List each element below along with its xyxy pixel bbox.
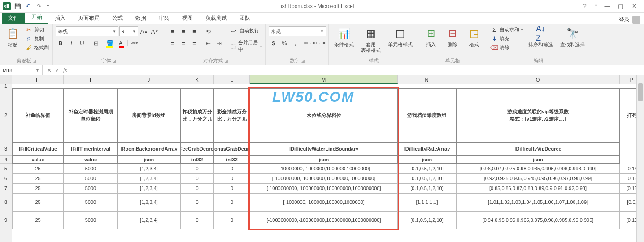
undo-button[interactable]: ↶ [23, 1, 33, 11]
row-header-9[interactable]: 9 [0, 211, 12, 229]
row-header-1[interactable]: 1 [0, 84, 12, 88]
cell-N4[interactable]: json [398, 156, 456, 164]
conditional-format-button[interactable]: 📊条件格式 [331, 25, 357, 49]
ribbon-options-button[interactable]: ▫ [592, 2, 600, 9]
redo-button[interactable]: ↷ [34, 1, 44, 11]
col-header-H[interactable]: H [12, 75, 64, 84]
cell-J8[interactable]: [1,2,3,4] [117, 193, 180, 211]
paste-button[interactable]: 📋 粘贴 [3, 25, 22, 49]
copy-button[interactable]: ⎘复制 [24, 35, 50, 43]
align-right-button[interactable]: ≡ [189, 38, 199, 48]
cell-O9[interactable]: [0.94,0.95,0.96,0.965,0.975,0.98,0.985,0… [456, 211, 620, 229]
cell-J3[interactable]: |RoomBackgroundArray [117, 142, 180, 156]
tab-file[interactable]: 文件 [2, 13, 25, 24]
cell-I5[interactable]: 5000 [64, 164, 117, 173]
row-header-3[interactable]: 3 [0, 142, 12, 156]
font-color-button[interactable]: A [116, 38, 126, 48]
cell-L5[interactable]: 0 [214, 164, 250, 173]
header-cell-O[interactable]: 游戏难度关联的vip等级系数 格式：[v1难度,v2难度,...] [456, 88, 620, 142]
cell-N5[interactable]: [0.1,0.5,1,2,10] [398, 164, 456, 173]
col-header-M[interactable]: M [250, 75, 398, 84]
align-bottom-button[interactable]: ≡ [189, 26, 199, 36]
insert-cells-button[interactable]: ⊞插入 [421, 25, 441, 49]
align-left-button[interactable]: ≡ [168, 38, 178, 48]
row-header-7[interactable]: 7 [0, 183, 12, 193]
tab-layout[interactable]: 页面布局 [72, 13, 106, 24]
border-button[interactable]: ⊞ [91, 38, 101, 48]
header-cell-K[interactable]: 扣税抽成万分比，万分之几 [180, 88, 214, 142]
cell-O4[interactable]: json [456, 156, 620, 164]
cell-I7[interactable]: 5000 [64, 183, 117, 193]
enter-formula-button[interactable]: ✓ [53, 67, 61, 73]
name-box[interactable]: M18▼ [0, 65, 43, 75]
tab-loadtest[interactable]: 负载测试 [199, 13, 233, 24]
tab-data[interactable]: 数据 [129, 13, 152, 24]
tab-review[interactable]: 审阅 [152, 13, 176, 24]
cell-L4[interactable]: int32 [214, 156, 250, 164]
cell-J5[interactable]: [1,2,3,4] [117, 164, 180, 173]
row-header-6[interactable]: 6 [0, 173, 12, 183]
fill-color-button[interactable]: 🪣 [105, 38, 115, 48]
cell-J4[interactable]: json [117, 156, 180, 164]
cell-M4[interactable]: json [250, 156, 398, 164]
row-header-5[interactable]: 5 [0, 164, 12, 173]
font-name-dropdown[interactable]: 等线▼ [56, 26, 118, 36]
cell-J6[interactable]: [1,2,3,4] [117, 173, 180, 183]
dialog-launcher-icon[interactable]: ◢ [113, 59, 116, 63]
cell-H9[interactable]: 25 [12, 211, 64, 229]
cell-M9[interactable]: [-1000000000,-100000000,100000000,100000… [250, 211, 398, 229]
cells-area[interactable]: LW50.COM 补鱼临界值补鱼定时器检测周期 单位毫秒房间背景Id数组扣税抽成… [12, 84, 644, 242]
increase-decimal-button[interactable]: .00→.0 [304, 38, 314, 48]
worksheet[interactable]: HIJKLMNOP 123456789 LW50.COM 补鱼临界值补鱼定时器检… [0, 75, 644, 242]
cut-button[interactable]: ✂剪切 [24, 26, 50, 34]
bold-button[interactable]: B [56, 38, 65, 48]
cell-L3[interactable]: |BonusGrabDegree [214, 142, 250, 156]
cell-O5[interactable]: [0.96,0.97,0.975,0.98,0.985,0.995,0.996,… [456, 164, 620, 173]
col-header-O[interactable]: O [456, 75, 620, 84]
save-button[interactable]: 💾 [13, 1, 22, 11]
cell-K4[interactable]: int32 [180, 156, 214, 164]
decrease-font-button[interactable]: A▼ [150, 26, 160, 36]
dialog-launcher-icon[interactable]: ◢ [33, 59, 36, 63]
cell-M5[interactable]: [-10000000,-1000000,1000000,10000000] [250, 164, 398, 173]
underline-button[interactable]: U [77, 38, 87, 48]
col-header-I[interactable]: I [64, 75, 117, 84]
cell-style-button[interactable]: ◫单元格样式 [385, 25, 415, 49]
italic-button[interactable]: I [66, 38, 76, 48]
cell-K7[interactable]: 0 [180, 183, 214, 193]
number-format-dropdown[interactable]: 常规▼ [269, 26, 326, 36]
cell-N6[interactable]: [0.1,0.5,1,2,10] [398, 173, 456, 183]
cell-H4[interactable]: value [12, 156, 64, 164]
header-cell-M[interactable]: 水位线分界档位 [250, 88, 398, 142]
col-header-J[interactable]: J [117, 75, 180, 84]
cell-N7[interactable]: [0.1,0.5,1,2,10] [398, 183, 456, 193]
minimize-button[interactable]: — [601, 2, 614, 11]
format-cells-button[interactable]: ◳格式 [464, 25, 484, 49]
format-painter-button[interactable]: 🖌格式刷 [24, 43, 50, 52]
cell-H5[interactable]: 25 [12, 164, 64, 173]
vertical-scrollbar[interactable] [636, 75, 644, 242]
header-cell-I[interactable]: 补鱼定时器检测周期 单位毫秒 [64, 88, 117, 142]
cell-K3[interactable]: |FeeGrabDegree [180, 142, 214, 156]
header-cell-H[interactable]: 补鱼临界值 [12, 88, 64, 142]
avatar-icon[interactable] [632, 16, 640, 24]
percent-button[interactable]: % [279, 38, 289, 48]
cell-O8[interactable]: [1.01,1.02,1.03,1.04,1.05,1.06,1.07,1.08… [456, 193, 620, 211]
scroll-thumb[interactable] [638, 83, 643, 101]
login-link[interactable]: 登录 [619, 16, 630, 24]
cell-M7[interactable]: [-1000000000,-100000000,100000000,100000… [250, 183, 398, 193]
select-all-button[interactable] [0, 75, 12, 84]
cell-J7[interactable]: [1,2,3,4] [117, 183, 180, 193]
row-header-2[interactable]: 2 [0, 88, 12, 142]
tab-home[interactable]: 开始 [25, 12, 48, 24]
cell-I8[interactable]: 5000 [64, 193, 117, 211]
tab-formulas[interactable]: 公式 [106, 13, 129, 24]
cell-M6[interactable]: [-100000000,-10000000,10000000,100000000… [250, 173, 398, 183]
cell-O7[interactable]: [0.85,0.86,0.87,0.88,0.89,0.9,0.91,0.92,… [456, 183, 620, 193]
restore-button[interactable]: ▢ [614, 2, 627, 11]
cell-I3[interactable]: |FillTimerInterval [64, 142, 117, 156]
cell-N3[interactable]: |DifficultyRateArray [398, 142, 456, 156]
cell-I6[interactable]: 5000 [64, 173, 117, 183]
cell-H6[interactable]: 25 [12, 173, 64, 183]
cell-L8[interactable]: 0 [214, 193, 250, 211]
